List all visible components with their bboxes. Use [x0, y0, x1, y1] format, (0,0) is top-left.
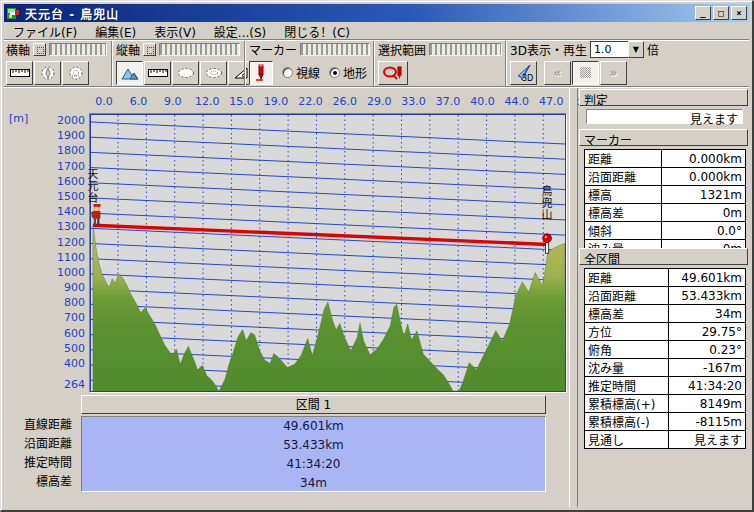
total-row: 推定時間41:34:20	[585, 377, 746, 395]
threed-view-button[interactable]: 3D	[510, 61, 537, 85]
y-tick-label: 1000	[45, 266, 85, 279]
playback-speed-value[interactable]: 1.0	[590, 41, 628, 58]
sight-radio-label: 視線	[296, 64, 320, 81]
section-row-label: 沿面距離	[1, 435, 77, 454]
chevron-down-icon[interactable]: ▼	[628, 41, 644, 58]
x-tick-label: 9.0	[164, 95, 182, 108]
haxis-scale-slider[interactable]	[49, 43, 107, 56]
marker-value: 0.000km	[662, 168, 746, 186]
section-row-label: 推定時間	[1, 454, 77, 473]
toolbar-separator	[373, 41, 375, 86]
x-tick-label: 6.0	[130, 95, 148, 108]
x-tick-label: 40.0	[470, 95, 495, 108]
destination-pin-icon[interactable]	[543, 234, 552, 243]
select-range-button[interactable]	[378, 61, 408, 85]
mountain-icon	[121, 66, 139, 80]
terrain-radio-circle[interactable]	[329, 67, 340, 78]
haxis-group: 横軸	[4, 40, 109, 87]
window-title: 天元台 - 鳥兜山	[25, 5, 119, 22]
sight-radio[interactable]: 視線	[282, 64, 320, 81]
destination-pin-highlight	[545, 236, 547, 238]
haxis-azimuth2-button[interactable]	[62, 61, 89, 85]
elevation-profile-plot[interactable]	[91, 115, 565, 391]
vaxis-auto-button[interactable]	[143, 43, 156, 56]
toolbar: 横軸 縦軸	[4, 40, 749, 87]
hantei-header[interactable]: 判定	[579, 89, 748, 106]
app-icon	[6, 6, 21, 20]
x-tick-label: 26.0	[333, 95, 358, 108]
total-value: -167m	[669, 359, 746, 377]
marker-value: 0.000km	[662, 150, 746, 168]
y-tick-label: 700	[45, 311, 85, 324]
marker-group: マーカー 視線 地形	[247, 40, 372, 87]
panel-splitter[interactable]	[569, 88, 578, 507]
menu-bar: ファイル(F) 編集(E) 表示(V) 設定...(S) 閉じる！(C)	[4, 23, 749, 40]
y-tick-label: 1500	[45, 190, 85, 203]
threed-view-icon: 3D	[514, 64, 534, 82]
stop-icon	[580, 67, 591, 78]
marker-label: 沿面距離	[585, 168, 662, 186]
total-row: 累積標高(-)-8115m	[585, 413, 746, 431]
marker-position-slider[interactable]	[300, 43, 370, 56]
haxis-ruler-button[interactable]	[6, 61, 33, 85]
app-window: 天元台 - 鳥兜山 _ □ × ファイル(F) 編集(E) 表示(V) 設定..…	[0, 0, 754, 512]
selection-label: 選択範囲	[378, 41, 426, 58]
ruler-icon	[10, 68, 30, 78]
maximize-button[interactable]: □	[713, 6, 729, 20]
stop-button[interactable]	[572, 61, 599, 85]
profile-chart[interactable]: 天元台 鳥兜山	[89, 113, 567, 393]
marker-label: マーカー	[249, 41, 297, 58]
haxis-auto-button[interactable]	[33, 43, 46, 56]
toolbar-separator	[244, 41, 246, 86]
vaxis-terrain-button[interactable]	[116, 61, 143, 85]
y-tick-label: 900	[45, 281, 85, 294]
vaxis-contour2-button[interactable]	[200, 61, 227, 85]
haxis-azimuth-button[interactable]	[34, 61, 61, 85]
total-value: 29.75°	[669, 323, 746, 341]
threed-group: 3D表示・再生 1.0 ▼ 倍 3D « »	[508, 40, 668, 87]
contour-fill-icon	[205, 67, 223, 79]
total-label: 標高差	[585, 305, 669, 323]
marker-panel-header[interactable]: マーカー	[579, 129, 748, 146]
vaxis-ruler-button[interactable]	[144, 61, 171, 85]
selection-range-slider[interactable]	[429, 43, 502, 56]
total-value: 53.433km	[669, 287, 746, 305]
close-button[interactable]: ×	[731, 6, 747, 20]
y-tick-label: 264	[45, 378, 85, 391]
compass-icon	[40, 65, 56, 81]
total-value: 34m	[669, 305, 746, 323]
x-tick-label: 37.0	[436, 95, 461, 108]
play-forward-button[interactable]: »	[600, 61, 627, 85]
marker-pen-button[interactable]	[249, 61, 273, 85]
y-tick-label: 1800	[45, 144, 85, 157]
vaxis-contour-button[interactable]	[172, 61, 199, 85]
marker-label: 標高	[585, 186, 662, 204]
y-axis-unit: [m]	[9, 112, 28, 125]
threed-unit: 倍	[647, 41, 659, 58]
marker-row: 距離0.000km	[585, 150, 746, 168]
total-panel-header[interactable]: 全区間	[579, 248, 748, 265]
playback-speed-combo[interactable]: 1.0 ▼	[590, 41, 644, 58]
contour-icon	[177, 67, 195, 79]
total-label: 方位	[585, 323, 669, 341]
x-tick-label: 47.0	[539, 95, 564, 108]
total-row: 俯角0.23°	[585, 341, 746, 359]
marker-row: 標高差0m	[585, 204, 746, 222]
total-row: 累積標高(+)8149m	[585, 395, 746, 413]
marker-table: 距離0.000km沿面距離0.000km標高1321m標高差0m傾斜0.0°沈み…	[584, 149, 746, 258]
total-row: 見通し見えます	[585, 431, 746, 449]
minimize-button[interactable]: _	[695, 6, 711, 20]
section-row-value: 41:34:20	[82, 455, 545, 474]
x-tick-label: 33.0	[401, 95, 426, 108]
toolbar-separator	[505, 41, 507, 86]
marker-label: 傾斜	[585, 222, 662, 240]
total-label: 沈み量	[585, 359, 669, 377]
section-header[interactable]: 区間 1	[81, 395, 546, 414]
title-bar[interactable]: 天元台 - 鳥兜山 _ □ ×	[4, 4, 749, 22]
terrain-radio[interactable]: 地形	[329, 64, 367, 81]
rewind-button[interactable]: «	[544, 61, 571, 85]
vaxis-scale-slider[interactable]	[159, 43, 240, 56]
total-label: 距離	[585, 269, 669, 287]
x-tick-label: 0.0	[95, 95, 113, 108]
sight-radio-circle[interactable]	[282, 67, 293, 78]
